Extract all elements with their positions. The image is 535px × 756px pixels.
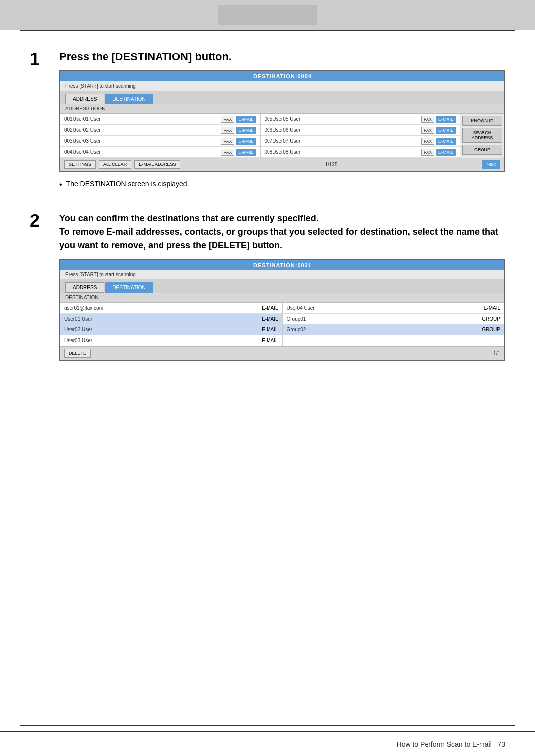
- screen-1-body: 001User01 User FAX E-MAIL 002User02 User…: [60, 114, 504, 158]
- dest-row[interactable]: user01@ifax.com E-MAIL: [60, 303, 282, 314]
- step-1-number: 1: [30, 51, 50, 197]
- dest-row[interactable]: User02 User E-MAIL: [60, 324, 282, 335]
- screen-1-right-list: 005User05 User FAX E-MAIL 006User06 User…: [260, 114, 460, 158]
- dest-row[interactable]: Group02 GROUP: [283, 324, 505, 335]
- tab-destination-2[interactable]: DESTINATION: [105, 282, 153, 293]
- screen-2-section-label: DESTINATION: [60, 293, 504, 303]
- step-2-title: You can confirm the destinations that ar…: [59, 212, 505, 252]
- screen-1-footer: SETTINGS ALL CLEAR E-MAIL ADDRESS 1/125 …: [60, 158, 504, 171]
- list-row[interactable]: 002User02 User FAX E-MAIL: [60, 125, 260, 136]
- list-row[interactable]: 007User07 User FAX E-MAIL: [261, 136, 460, 147]
- step-1-bullet-text: The DESTINATION screen is displayed.: [66, 180, 189, 188]
- dest-row[interactable]: User04 User E-MAIL: [283, 303, 505, 314]
- screen-2-right-list: User04 User E-MAIL Group01 GROUP Group02…: [282, 303, 505, 346]
- screen-1-subtext: Press [START] to start scanning: [60, 81, 504, 91]
- list-row[interactable]: 003User03 User FAX E-MAIL: [60, 136, 260, 147]
- screen-1-left-list: 001User01 User FAX E-MAIL 002User02 User…: [60, 114, 260, 158]
- step-1: 1 Press the [DESTINATION] button. DESTIN…: [30, 51, 505, 197]
- screen-1-header: DESTINATION:0004: [60, 71, 504, 81]
- screen-2-left-list: user01@ifax.com E-MAIL User01 User E-MAI…: [60, 303, 282, 346]
- top-bar-inner: [218, 5, 317, 25]
- screen-1-sidebar: KNOWN ID SEARCH ADDRESS GROUP: [460, 114, 504, 158]
- step-1-bullet: • The DESTINATION screen is displayed.: [59, 180, 505, 189]
- email-address-button[interactable]: E-MAIL ADDRESS: [134, 160, 180, 169]
- tab-address-2[interactable]: ADDRESS: [65, 282, 104, 293]
- tab-destination-1[interactable]: DESTINATION: [105, 94, 153, 104]
- screen-1-section-label: ADDRESS BOOK: [60, 104, 504, 114]
- screen-2-body: user01@ifax.com E-MAIL User01 User E-MAI…: [60, 303, 504, 346]
- screen-2-tabs: ADDRESS DESTINATION: [60, 279, 504, 293]
- main-content: 1 Press the [DESTINATION] button. DESTIN…: [0, 31, 535, 413]
- screen-2-two-col: user01@ifax.com E-MAIL User01 User E-MAI…: [60, 303, 504, 346]
- screen-1-two-col: 001User01 User FAX E-MAIL 002User02 User…: [60, 114, 460, 158]
- delete-button[interactable]: DELETE: [64, 349, 91, 358]
- screen-2-header: DESTINATION:0021: [60, 260, 504, 270]
- page-info-2: 1/1: [493, 351, 500, 356]
- step-2-number: 2: [30, 212, 50, 369]
- search-address-button[interactable]: SEARCH ADDRESS: [462, 128, 502, 143]
- group-button[interactable]: GROUP: [462, 145, 502, 155]
- screen-mockup-1: DESTINATION:0004 Press [START] to start …: [59, 70, 505, 172]
- screen-mockup-2: DESTINATION:0021 Press [START] to start …: [59, 259, 505, 361]
- step-2-content: You can confirm the destinations that ar…: [59, 212, 505, 369]
- dest-row[interactable]: User01 User E-MAIL: [60, 314, 282, 324]
- screen-2-footer: DELETE 1/1: [60, 346, 504, 360]
- dest-row[interactable]: User03 User E-MAIL: [60, 335, 282, 346]
- top-bar: [0, 0, 535, 30]
- next-button[interactable]: Next: [482, 160, 500, 169]
- all-clear-button[interactable]: ALL CLEAR: [99, 160, 131, 169]
- page-info-1: 1/125: [325, 162, 337, 167]
- list-row[interactable]: 008User08 User FAX E-MAIL: [261, 147, 460, 158]
- page-footer: How to Perform Scan to E-mail 73: [0, 731, 535, 756]
- list-row[interactable]: 006User06 User FAX E-MAIL: [261, 125, 460, 136]
- screen-1-tabs: ADDRESS DESTINATION: [60, 91, 504, 104]
- tab-address-1[interactable]: ADDRESS: [65, 94, 104, 104]
- footer-page-number: 73: [497, 740, 505, 748]
- step-2: 2 You can confirm the destinations that …: [30, 212, 505, 369]
- step-1-content: Press the [DESTINATION] button. DESTINAT…: [59, 51, 505, 197]
- known-id-button[interactable]: KNOWN ID: [462, 116, 502, 126]
- settings-button[interactable]: SETTINGS: [64, 160, 96, 169]
- step-1-title: Press the [DESTINATION] button.: [59, 51, 505, 63]
- list-row[interactable]: 004User04 User FAX E-MAIL: [60, 147, 260, 158]
- list-row[interactable]: 005User05 User FAX E-MAIL: [261, 114, 460, 125]
- dest-row[interactable]: [283, 335, 505, 346]
- dest-row[interactable]: Group01 GROUP: [283, 314, 505, 324]
- list-row[interactable]: 001User01 User FAX E-MAIL: [60, 114, 260, 125]
- bottom-rule: [20, 725, 515, 726]
- footer-text: How to Perform Scan to E-mail: [397, 740, 492, 748]
- screen-2-subtext: Press [START] to start scanning: [60, 270, 504, 279]
